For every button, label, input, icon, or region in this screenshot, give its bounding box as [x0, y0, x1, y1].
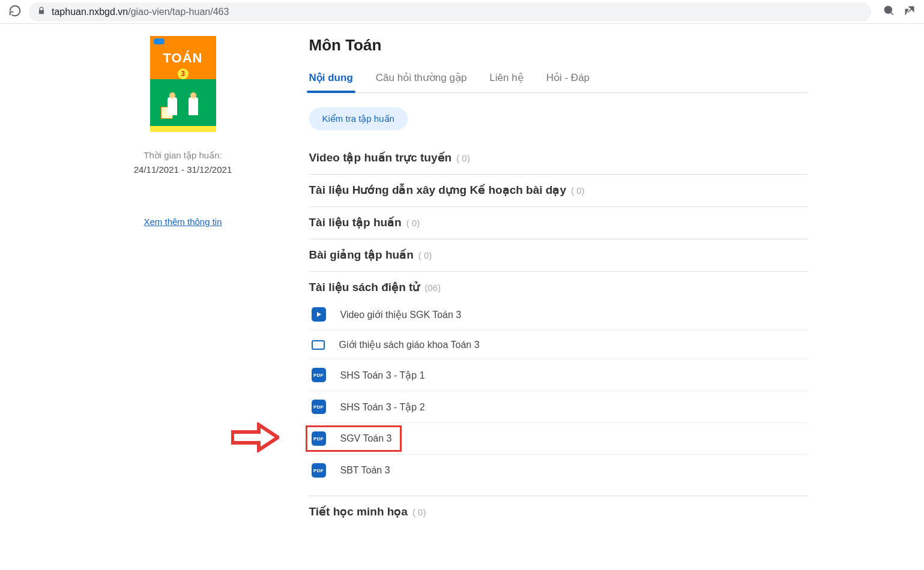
reload-icon[interactable]: [8, 4, 22, 20]
section-2: Tài liệu tập huấn( 0): [309, 207, 808, 239]
section-1: Tài liệu Hướng dẫn xây dựng Kế hoạch bài…: [309, 175, 808, 207]
document-item[interactable]: PDFSHS Toán 3 - Tập 1: [309, 359, 808, 391]
url-text: taphuan.nxbgd.vn/giao-vien/tap-huan/463: [52, 7, 229, 17]
section-count: ( 0): [456, 153, 470, 163]
section-title: Tài liệu sách điện tử: [309, 280, 420, 294]
section-5: Tiết học minh họa( 0): [309, 496, 808, 518]
document-item-label: Video giới thiệu SGK Toán 3: [340, 309, 462, 320]
document-item-label: Giới thiệu sách giáo khoa Toán 3: [339, 339, 480, 350]
svg-line-1: [891, 12, 893, 14]
section-4: Tài liệu sách điện tử(06)Video giới thiệ…: [309, 272, 808, 496]
more-info-link[interactable]: Xem thêm thông tin: [123, 217, 243, 227]
training-time-value: 24/11/2021 - 31/12/2021: [123, 164, 243, 175]
tab-0[interactable]: Nội dung: [309, 71, 353, 92]
section-count: ( 0): [418, 250, 432, 260]
document-item-label: SBT Toán 3: [340, 465, 390, 476]
browser-chrome: taphuan.nxbgd.vn/giao-vien/tap-huan/463: [0, 0, 924, 24]
pdf-icon: PDF: [312, 431, 326, 446]
tab-2[interactable]: Liên hệ: [489, 71, 523, 92]
tabs: Nội dungCâu hỏi thường gặpLiên hệHỏi - Đ…: [309, 71, 808, 93]
book-cover-title: TOÁN: [150, 50, 216, 66]
document-item-label: SHS Toán 3 - Tập 1: [340, 370, 425, 381]
pdf-icon: PDF: [312, 463, 326, 478]
tab-1[interactable]: Câu hỏi thường gặp: [376, 71, 467, 92]
document-item[interactable]: PDFSHS Toán 3 - Tập 2: [309, 391, 808, 423]
section-title: Bài giảng tập huấn: [309, 248, 414, 262]
slide-icon: [312, 340, 325, 350]
video-icon: [312, 307, 326, 322]
check-training-button[interactable]: Kiểm tra tập huấn: [309, 107, 408, 130]
address-bar[interactable]: taphuan.nxbgd.vn/giao-vien/tap-huan/463: [29, 2, 871, 22]
book-grade-badge: 3: [178, 68, 189, 79]
document-item[interactable]: Video giới thiệu SGK Toán 3: [309, 299, 808, 331]
section-0: Video tập huấn trực tuyến( 0): [309, 142, 808, 175]
main-content: Môn Toán Nội dungCâu hỏi thường gặpLiên …: [309, 36, 808, 518]
document-item-label: SHS Toán 3 - Tập 2: [340, 401, 425, 413]
pdf-icon: PDF: [312, 400, 326, 414]
section-3: Bài giảng tập huấn( 0): [309, 239, 808, 272]
section-title: Video tập huấn trực tuyến: [309, 151, 452, 164]
document-item[interactable]: Giới thiệu sách giáo khoa Toán 3: [309, 331, 808, 359]
training-time-label: Thời gian tập huấn:: [123, 150, 243, 161]
sidebar: TOÁN 3 TẬP MỘT Thời gian tập huấn: 24/11…: [117, 36, 243, 518]
section-count: ( 0): [412, 507, 426, 517]
lock-icon: [37, 7, 46, 17]
tab-3[interactable]: Hỏi - Đáp: [546, 71, 590, 92]
document-item[interactable]: PDFSBT Toán 3: [309, 455, 808, 486]
book-cover: TOÁN 3 TẬP MỘT: [150, 36, 216, 132]
page-title: Môn Toán: [309, 36, 808, 55]
zoom-icon[interactable]: [883, 5, 895, 19]
share-icon[interactable]: [904, 5, 916, 19]
pdf-icon: PDF: [312, 368, 326, 382]
section-count: ( 0): [406, 218, 420, 228]
document-item[interactable]: PDFSGV Toán 3: [309, 423, 808, 455]
section-count: (06): [424, 283, 441, 293]
section-title: Tiết học minh họa: [309, 505, 408, 518]
section-count: ( 0): [571, 185, 585, 196]
section-title: Tài liệu tập huấn: [309, 215, 402, 229]
document-item-label: SGV Toán 3: [340, 433, 392, 444]
section-title: Tài liệu Hướng dẫn xây dựng Kế hoạch bài…: [309, 183, 567, 197]
svg-point-0: [885, 6, 892, 13]
